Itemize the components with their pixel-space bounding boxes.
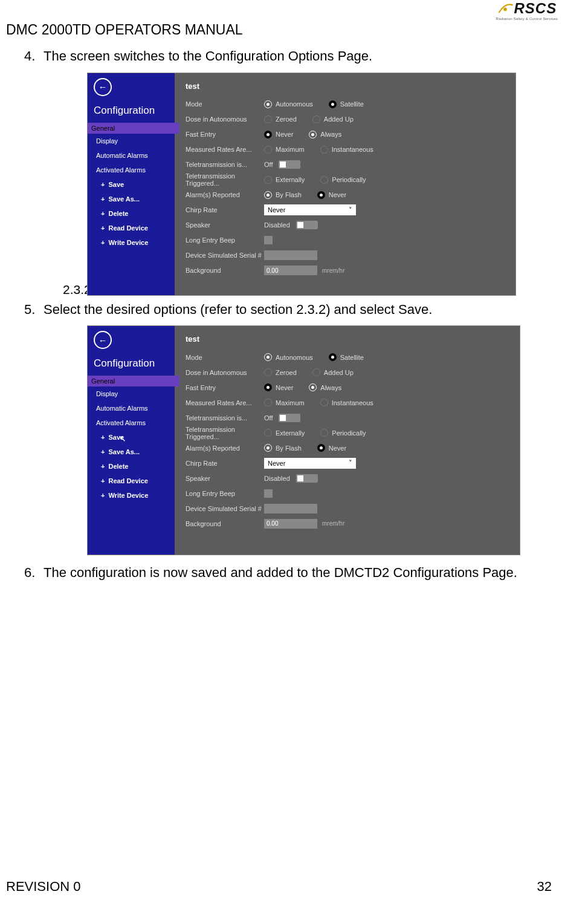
label-teletrans: Teletransmission is... — [186, 161, 264, 168]
sidebar-item-save[interactable]: +Save — [88, 177, 175, 192]
screenshot-config-page: ← Configuration General Display Automati… — [87, 73, 516, 296]
radio-alarm-never[interactable]: Never — [317, 444, 346, 452]
sidebar-item-save-as[interactable]: +Save As... — [88, 445, 175, 459]
label-chirp: Chirp Rate — [186, 460, 264, 467]
label-tele-trig: Teletransmission Triggered... — [186, 172, 264, 187]
toggle-teletrans[interactable] — [279, 160, 300, 169]
logo-swoosh-icon — [497, 0, 514, 17]
sidebar-item-write-device[interactable]: +Write Device — [88, 235, 175, 250]
radio-autonomous[interactable]: Autonomous — [264, 100, 313, 108]
step-4: 4. The screen switches to the Configurat… — [24, 47, 550, 65]
radio-fast-always[interactable]: Always — [309, 383, 341, 391]
label-beep: Long Entry Beep — [186, 236, 264, 244]
input-serial[interactable] — [264, 250, 317, 260]
radio-autonomous[interactable]: Autonomous — [264, 353, 313, 361]
label-speaker: Speaker — [186, 221, 264, 229]
label-background: Background — [186, 520, 264, 527]
footer-page: 32 — [537, 879, 552, 895]
logo-text: RSCS — [514, 0, 557, 17]
chevron-down-icon: ˅ — [349, 459, 352, 467]
sidebar-item-delete[interactable]: +Delete — [88, 459, 175, 474]
select-chirp-rate[interactable]: Never˅ — [264, 458, 356, 469]
sidebar-item-save-as[interactable]: +Save As... — [88, 192, 175, 206]
label-rates: Measured Rates Are... — [186, 146, 264, 153]
label-beep: Long Entry Beep — [186, 490, 264, 497]
toggle-speaker[interactable] — [296, 474, 318, 483]
radio-maximum[interactable]: Maximum — [264, 146, 305, 154]
radio-added-up[interactable]: Added Up — [312, 116, 354, 123]
back-button[interactable]: ← — [94, 78, 112, 96]
label-speaker: Speaker — [186, 475, 264, 482]
radio-maximum[interactable]: Maximum — [264, 399, 305, 406]
sidebar-item-auto-alarms[interactable]: Automatic Alarms — [88, 401, 175, 416]
sidebar-item-auto-alarms[interactable]: Automatic Alarms — [88, 148, 175, 163]
back-button[interactable]: ← — [94, 331, 112, 349]
radio-zeroed[interactable]: Zeroed — [264, 116, 297, 123]
label-serial: Device Simulated Serial # — [186, 505, 264, 512]
toggle-teletrans[interactable] — [279, 414, 300, 422]
label-rates: Measured Rates Are... — [186, 399, 264, 406]
radio-by-flash[interactable]: By Flash — [264, 191, 302, 199]
sidebar-item-display[interactable]: Display — [88, 386, 175, 401]
radio-externally[interactable]: Externally — [264, 176, 305, 184]
logo-subtitle: Radiation Safety & Control Services — [496, 17, 558, 21]
sidebar-item-activated-alarms[interactable]: Activated Alarms — [88, 163, 175, 177]
unit-mremhr: mrem/hr — [322, 267, 344, 274]
radio-zeroed[interactable]: Zeroed — [264, 368, 297, 376]
radio-periodically[interactable]: Periodically — [320, 176, 366, 184]
input-serial[interactable] — [264, 504, 317, 513]
sidebar-item-save[interactable]: +Save↖ — [88, 430, 175, 445]
radio-externally[interactable]: Externally — [264, 429, 305, 437]
step-num: 6. — [24, 564, 44, 582]
sidebar: ← Configuration General Display Automati… — [88, 326, 175, 555]
step-num: 4. — [24, 47, 44, 65]
sidebar-item-write-device[interactable]: +Write Device — [88, 488, 175, 503]
sidebar-item-display[interactable]: Display — [88, 134, 175, 148]
sidebar-item-general[interactable]: General — [88, 376, 179, 386]
radio-satellite[interactable]: Satellite — [329, 353, 364, 361]
checkbox-beep[interactable] — [264, 236, 273, 244]
input-background[interactable]: 0.00 — [264, 519, 317, 529]
label-tele-trig: Teletransmission Triggered... — [186, 426, 264, 440]
sidebar-item-delete[interactable]: +Delete — [88, 206, 175, 221]
radio-added-up[interactable]: Added Up — [312, 368, 354, 376]
doc-title: DMC 2000TD OPERATORS MANUAL — [6, 22, 243, 38]
label-fast-entry: Fast Entry — [186, 384, 264, 391]
radio-alarm-never[interactable]: Never — [317, 191, 346, 199]
checkbox-beep[interactable] — [264, 489, 273, 498]
sidebar-item-activated-alarms[interactable]: Activated Alarms — [88, 416, 175, 430]
label-mode: Mode — [186, 100, 264, 108]
input-background[interactable]: 0.00 — [264, 266, 317, 275]
unit-mremhr: mrem/hr — [322, 520, 344, 527]
svg-point-0 — [504, 8, 508, 11]
radio-fast-never[interactable]: Never — [264, 131, 293, 139]
label-mode: Mode — [186, 354, 264, 361]
select-chirp-rate[interactable]: Never˅ — [264, 204, 356, 215]
label-serial: Device Simulated Serial # — [186, 252, 264, 259]
radio-instantaneous[interactable]: Instantaneous — [320, 399, 373, 406]
step-num: 5. — [24, 301, 44, 319]
label-dose: Dose in Autonomous — [186, 369, 264, 376]
toggle-speaker[interactable] — [296, 221, 318, 229]
sidebar-item-general[interactable]: General — [88, 123, 179, 134]
radio-satellite[interactable]: Satellite — [329, 100, 364, 108]
radio-by-flash[interactable]: By Flash — [264, 444, 302, 452]
sidebar-item-read-device[interactable]: +Read Device — [88, 221, 175, 235]
config-panel: test ModeAutonomousSatellite Dose in Aut… — [175, 73, 515, 295]
label-chirp: Chirp Rate — [186, 206, 264, 214]
panel-title: test — [186, 334, 520, 344]
sidebar-item-read-device[interactable]: +Read Device — [88, 474, 175, 488]
label-alarm-reported: Alarm(s) Reported — [186, 191, 264, 198]
step-text: The screen switches to the Configuration… — [44, 47, 372, 65]
label-alarm-reported: Alarm(s) Reported — [186, 445, 264, 452]
panel-title: test — [186, 82, 515, 91]
radio-fast-never[interactable]: Never — [264, 383, 293, 391]
chevron-down-icon: ˅ — [349, 206, 352, 214]
radio-instantaneous[interactable]: Instantaneous — [320, 146, 373, 154]
radio-fast-always[interactable]: Always — [309, 131, 341, 139]
step-6: 6. The configuration is now saved and ad… — [24, 564, 550, 582]
screenshot-config-save: ← Configuration General Display Automati… — [87, 325, 520, 555]
label-dose: Dose in Autonomous — [186, 116, 264, 123]
sidebar-title: Configuration — [94, 357, 175, 370]
radio-periodically[interactable]: Periodically — [320, 429, 366, 437]
